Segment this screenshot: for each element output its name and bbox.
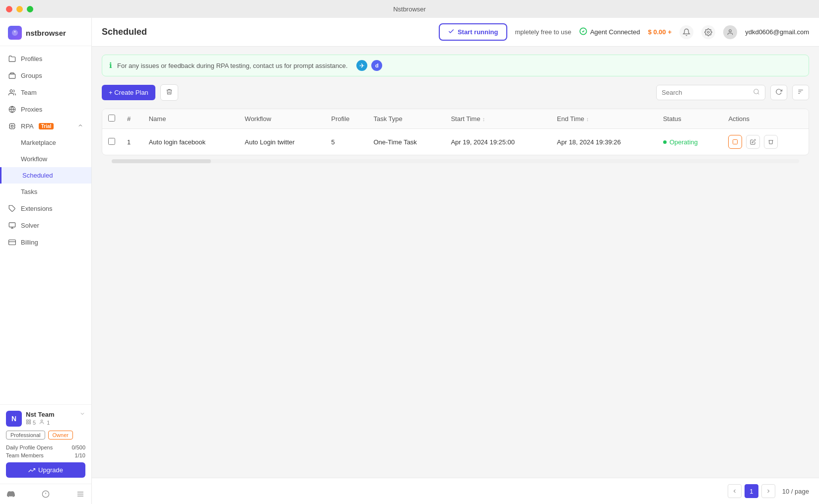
sidebar-item-solver[interactable]: Solver <box>0 217 91 234</box>
logo-icon <box>8 26 22 40</box>
sidebar-item-label-billing: Billing <box>21 239 38 246</box>
sidebar-item-label-workflow: Workflow <box>21 155 47 163</box>
cpu-icon <box>8 122 16 130</box>
maximize-button[interactable] <box>27 6 33 12</box>
row-workflow: Auto Login twitter <box>239 129 325 155</box>
sidebar-item-extensions[interactable]: Extensions <box>0 200 91 217</box>
sidebar-item-groups[interactable]: Groups <box>0 67 91 84</box>
horizontal-scrollbar[interactable] <box>112 159 799 163</box>
team-members-label: Team Members <box>6 452 44 458</box>
solver-icon <box>8 221 16 229</box>
users-icon <box>8 88 16 96</box>
search-box <box>656 85 765 100</box>
svg-point-1 <box>10 89 12 92</box>
sidebar-item-workflow[interactable]: Workflow <box>0 151 91 167</box>
sidebar-item-rpa[interactable]: RPA Trial <box>0 118 91 134</box>
table-header: # Name Workflow Profile Task Type Start … <box>102 109 809 129</box>
scroll-thumb[interactable] <box>112 159 211 163</box>
start-running-button[interactable]: Start running <box>439 23 507 41</box>
team-members-row: Team Members 1/10 <box>6 452 85 458</box>
upgrade-label: Upgrade <box>38 466 63 474</box>
user-avatar[interactable] <box>723 25 737 39</box>
alert-footer-icon[interactable] <box>41 489 51 499</box>
titlebar-buttons[interactable] <box>6 6 33 12</box>
sidebar-nav: Profiles Groups Team Proxi <box>0 46 91 404</box>
start-running-label: Start running <box>458 28 498 36</box>
price-tag: $ 0.00 + <box>648 28 672 36</box>
notice-bar: ℹ For any issues or feedback during RPA … <box>102 55 809 76</box>
settings-header-icon[interactable] <box>701 25 715 39</box>
menu-footer-icon[interactable] <box>75 489 85 499</box>
upgrade-button[interactable]: Upgrade <box>6 462 85 478</box>
agent-connected-label: Agent Connected <box>590 28 640 36</box>
th-workflow: Workflow <box>239 109 325 129</box>
end-time-sort-icon: ↕ <box>586 116 589 122</box>
start-time-sort-icon: ↕ <box>482 116 485 122</box>
start-running-check-icon <box>448 28 455 36</box>
th-num: # <box>121 109 143 129</box>
next-page-button[interactable] <box>761 484 775 498</box>
notice-links: ✈ d <box>356 60 382 71</box>
row-checkbox[interactable] <box>108 138 115 145</box>
page-title: Scheduled <box>102 27 431 37</box>
professional-badge: Professional <box>6 431 45 440</box>
folder-icon <box>8 55 16 63</box>
notifications-icon[interactable] <box>680 25 693 39</box>
add-credit-icon[interactable]: + <box>668 28 672 36</box>
scheduled-table: # Name Workflow Profile Task Type Start … <box>102 109 809 155</box>
team-badges: Professional Owner <box>6 431 85 440</box>
close-button[interactable] <box>6 6 12 12</box>
sidebar-item-label-groups: Groups <box>21 72 42 79</box>
table-settings-button[interactable] <box>792 85 809 100</box>
minimize-button[interactable] <box>16 6 23 12</box>
globe-icon <box>8 105 16 113</box>
edit-button[interactable] <box>746 135 760 149</box>
svg-point-24 <box>41 420 43 422</box>
svg-rect-23 <box>29 422 30 424</box>
discord-link[interactable]: d <box>371 60 382 71</box>
team-card[interactable]: N Nst Team 5 1 <box>6 411 85 427</box>
sidebar-bottom: N Nst Team 5 1 <box>0 404 91 484</box>
telegram-link[interactable]: ✈ <box>356 60 367 71</box>
row-num: 1 <box>121 129 143 155</box>
select-all-checkbox[interactable] <box>108 115 115 122</box>
create-plan-button[interactable]: + Create Plan <box>102 85 155 100</box>
team-avatar: N <box>6 411 22 427</box>
search-input[interactable] <box>662 89 750 96</box>
refresh-button[interactable] <box>770 85 787 100</box>
stop-button[interactable] <box>728 135 742 149</box>
sidebar-item-team[interactable]: Team <box>0 84 91 101</box>
sidebar-item-label-team: Team <box>21 89 37 96</box>
pagination-bar: 1 10 / page <box>92 478 819 504</box>
sidebar-item-marketplace[interactable]: Marketplace <box>0 134 91 151</box>
svg-rect-18 <box>8 240 15 245</box>
sidebar-item-billing[interactable]: Billing <box>0 234 91 251</box>
row-name: Auto login facebook <box>143 129 239 155</box>
team-profiles-count: 5 <box>26 419 36 426</box>
sidebar-item-label-extensions: Extensions <box>21 205 53 212</box>
discord-footer-icon[interactable] <box>6 489 16 499</box>
prev-page-button[interactable] <box>728 484 742 498</box>
agent-connected: Agent Connected <box>579 27 640 37</box>
delete-button[interactable] <box>160 84 178 101</box>
th-start-time: Start Time ↕ <box>445 109 551 129</box>
sidebar-item-scheduled[interactable]: Scheduled <box>0 167 91 184</box>
delete-row-button[interactable] <box>764 135 778 149</box>
sidebar-item-tasks[interactable]: Tasks <box>0 184 91 200</box>
th-checkbox <box>102 109 121 129</box>
svg-rect-20 <box>26 420 28 421</box>
svg-point-34 <box>754 89 758 94</box>
search-icon[interactable] <box>753 88 760 97</box>
page-1-button[interactable]: 1 <box>745 484 758 498</box>
chevron-down-icon <box>77 123 83 130</box>
notice-info-icon: ℹ <box>109 61 112 70</box>
toolbar: + Create Plan <box>102 84 809 101</box>
team-members-value: 1/10 <box>75 452 85 458</box>
th-profile: Profile <box>325 109 367 129</box>
status-dot <box>663 140 667 144</box>
team-name: Nst Team <box>26 411 75 418</box>
sidebar-item-profiles[interactable]: Profiles <box>0 50 91 67</box>
user-email: ydkd0606@gmail.com <box>745 28 809 36</box>
sidebar-item-proxies[interactable]: Proxies <box>0 101 91 118</box>
rpa-trial-badge: Trial <box>39 123 54 129</box>
